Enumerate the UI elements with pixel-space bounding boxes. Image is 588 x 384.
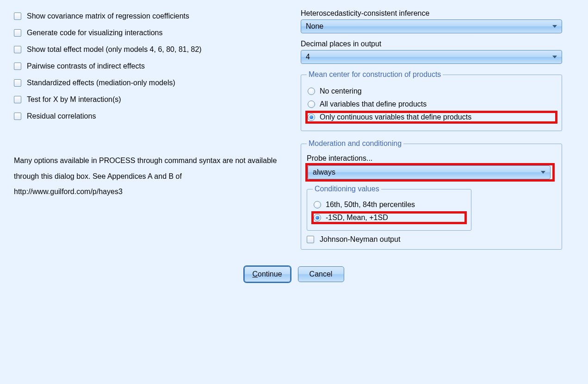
checkbox-label: Pairwise contrasts of indirect effects [27, 62, 145, 70]
checkbox-icon [14, 29, 21, 37]
radio-percentiles[interactable]: 16th, 50th, 84th percentiles [313, 200, 465, 210]
group-legend: Moderation and conditioning [307, 139, 403, 148]
button-row: Continue Cancel [14, 266, 574, 282]
dropdown-value: 4 [306, 53, 310, 61]
checkbox-label: Standardized effects (mediation-only mod… [27, 79, 175, 87]
decimals-label: Decimal places in output [301, 40, 574, 48]
checkbox-label: Show total effect model (only models 4, … [27, 45, 202, 54]
checkbox-icon [14, 63, 21, 70]
radio-continuous-only[interactable]: Only continuous variables that define pr… [307, 112, 556, 122]
checkbox-icon [14, 13, 21, 20]
probe-dropdown[interactable]: always [308, 165, 551, 179]
button-label: Continue [252, 270, 282, 278]
checkbox-label: Johnson-Neyman output [320, 235, 400, 244]
checkbox-row-total-effect[interactable]: Show total effect model (only models 4, … [14, 45, 282, 54]
probe-highlight: always [307, 164, 553, 180]
checkbox-label: Test for X by M interaction(s) [27, 95, 121, 104]
radio-icon [314, 201, 321, 208]
checkbox-row-xm-interaction[interactable]: Test for X by M interaction(s) [14, 95, 282, 104]
checkbox-row-codegen[interactable]: Generate code for visualizing interactio… [14, 29, 282, 37]
continue-button[interactable]: Continue [244, 266, 291, 282]
dropdown-value: always [313, 168, 335, 176]
chevron-down-icon [552, 56, 557, 58]
checkbox-label: Generate code for visualizing interactio… [27, 29, 163, 37]
radio-no-centering[interactable]: No centering [307, 86, 556, 96]
dialog-body: Show covariance matrix of regression coe… [14, 9, 574, 258]
chevron-down-icon [552, 25, 557, 28]
group-legend: Mean center for construction of products [307, 70, 443, 79]
checkbox-row-pairwise[interactable]: Pairwise contrasts of indirect effects [14, 62, 282, 70]
checkbox-icon [14, 79, 21, 87]
checkbox-label: Show covariance matrix of regression coe… [27, 12, 189, 20]
button-label: Cancel [309, 270, 333, 278]
checkbox-icon [14, 113, 21, 120]
right-column: Heteroscedasticity-consistent inference … [301, 9, 574, 258]
radio-icon [308, 113, 315, 121]
radio-label: Only continuous variables that define pr… [320, 113, 471, 121]
dropdown-value: None [306, 22, 323, 31]
radio-label: -1SD, Mean, +1SD [326, 214, 388, 222]
radio-label: All variables that define products [320, 100, 427, 108]
chevron-down-icon [541, 171, 545, 174]
radio-label: 16th, 50th, 84th percentiles [326, 201, 415, 209]
checkbox-icon [14, 96, 21, 103]
hetero-dropdown[interactable]: None [301, 19, 562, 33]
checkbox-row-residual[interactable]: Residual correlations [14, 112, 282, 120]
radio-label: No centering [320, 87, 362, 95]
checkbox-row-jn[interactable]: Johnson-Neyman output [307, 235, 556, 244]
group-legend: Conditioning values [313, 185, 381, 193]
left-column: Show covariance matrix of regression coe… [14, 9, 282, 258]
cancel-button[interactable]: Cancel [298, 266, 344, 282]
checkbox-row-standardized[interactable]: Standardized effects (mediation-only mod… [14, 79, 282, 87]
decimals-dropdown[interactable]: 4 [301, 50, 562, 64]
moderation-group: Moderation and conditioning Probe intera… [301, 139, 562, 250]
checkbox-icon [14, 46, 21, 53]
radio-sd[interactable]: -1SD, Mean, +1SD [313, 213, 465, 223]
checkbox-icon [307, 236, 314, 243]
radio-icon [308, 88, 315, 95]
hetero-label: Heteroscedasticity-consistent inference [301, 9, 574, 18]
radio-all-variables[interactable]: All variables that define products [307, 99, 556, 109]
mean-center-group: Mean center for construction of products… [301, 70, 562, 131]
syntax-note: Many options available in PROCESS throug… [14, 153, 282, 200]
radio-icon [308, 101, 315, 108]
checkbox-row-covariance[interactable]: Show covariance matrix of regression coe… [14, 12, 282, 20]
probe-label: Probe interactions... [307, 154, 556, 163]
radio-icon [314, 214, 321, 221]
conditioning-values-group: Conditioning values 16th, 50th, 84th per… [307, 185, 471, 231]
checkbox-label: Residual correlations [27, 112, 96, 120]
